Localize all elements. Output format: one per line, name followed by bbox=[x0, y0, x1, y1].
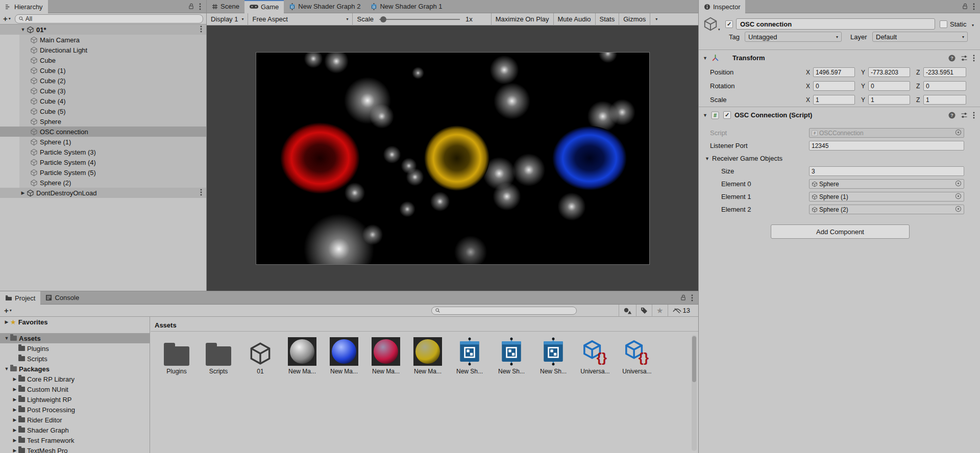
asset-item[interactable]: New Ma... bbox=[408, 335, 447, 375]
hierarchy-row[interactable]: Particle System (5) bbox=[0, 167, 206, 178]
kebab-menu-icon[interactable] bbox=[973, 55, 975, 62]
script-field[interactable]: #OSCConnection bbox=[809, 128, 964, 138]
scale-slider-knob[interactable] bbox=[380, 16, 386, 22]
stats-button[interactable]: Stats bbox=[596, 13, 619, 26]
kebab-menu-icon[interactable] bbox=[200, 189, 202, 197]
hierarchy-row[interactable]: Cube (4) bbox=[0, 96, 206, 106]
hierarchy-search-input[interactable]: All bbox=[15, 14, 203, 23]
chevron-right-icon[interactable]: ▶ bbox=[11, 407, 18, 412]
asset-item[interactable]: {} Universa... bbox=[576, 335, 615, 375]
project-tree-item[interactable]: Plugins bbox=[0, 343, 150, 354]
favorites-filter-button[interactable]: ★ bbox=[652, 305, 667, 317]
rotation-z-field[interactable]: 0 bbox=[923, 81, 966, 91]
foldout-arrow-icon[interactable]: ▼ bbox=[705, 156, 709, 161]
gizmos-button[interactable]: Gizmos bbox=[619, 13, 650, 26]
project-tree-item[interactable]: ▶Custom NUnit bbox=[0, 384, 150, 394]
lock-icon[interactable] bbox=[188, 3, 194, 10]
add-object-button[interactable]: + bbox=[3, 14, 8, 23]
aspect-dropdown[interactable]: Free Aspect ▾ bbox=[248, 13, 352, 26]
hierarchy-row[interactable]: Cube (1) bbox=[0, 65, 206, 76]
kebab-menu-icon[interactable] bbox=[973, 112, 975, 119]
tab-new-shader-graph-2[interactable]: New Shader Graph 2 bbox=[284, 0, 365, 13]
rotation-x-field[interactable]: 0 bbox=[813, 81, 855, 91]
layer-dropdown[interactable]: Default ▾ bbox=[872, 32, 968, 42]
asset-item[interactable]: 01 bbox=[241, 335, 280, 375]
help-icon[interactable]: ? bbox=[948, 112, 955, 119]
object-picker-icon[interactable] bbox=[955, 193, 962, 201]
search-by-label-button[interactable] bbox=[636, 305, 652, 317]
tab-inspector[interactable]: Inspector bbox=[699, 0, 745, 13]
scale-x-field[interactable]: 1 bbox=[813, 95, 855, 105]
gameobject-icon-caret[interactable]: ▾ bbox=[718, 28, 720, 32]
element-2-object-field[interactable]: Sphere (2) bbox=[809, 205, 964, 214]
position-x-field[interactable]: 1496.597 bbox=[813, 67, 855, 77]
project-tree-item[interactable]: ▶Test Framework bbox=[0, 435, 150, 445]
help-icon[interactable]: ? bbox=[948, 55, 955, 62]
asset-item[interactable]: New Sh... bbox=[450, 335, 489, 375]
tab-console[interactable]: Console bbox=[40, 291, 84, 304]
element-0-object-field[interactable]: Sphere bbox=[809, 179, 964, 189]
add-component-button[interactable]: Add Component bbox=[771, 224, 910, 239]
scale-z-field[interactable]: 1 bbox=[923, 95, 966, 105]
asset-item[interactable]: Scripts bbox=[199, 335, 238, 375]
position-y-field[interactable]: -773.8203 bbox=[868, 67, 910, 77]
size-field[interactable]: 3 bbox=[809, 166, 964, 176]
maximize-on-play-button[interactable]: Maximize On Play bbox=[492, 13, 553, 26]
chevron-right-icon[interactable]: ▶ bbox=[3, 319, 10, 324]
chevron-down-icon[interactable]: ▼ bbox=[3, 366, 10, 371]
mute-audio-button[interactable]: Mute Audio bbox=[554, 13, 595, 26]
project-tree-item[interactable]: ▶Lightweight RP bbox=[0, 394, 150, 405]
script-component-header[interactable]: ▼ # ✓ OSC Connection (Script) ? bbox=[699, 108, 980, 122]
asset-item[interactable]: New Ma... bbox=[366, 335, 405, 375]
tab-scene[interactable]: Scene bbox=[207, 0, 244, 13]
object-picker-icon[interactable] bbox=[955, 206, 962, 214]
foldout-arrow-icon[interactable]: ▼ bbox=[703, 113, 707, 118]
hierarchy-row[interactable]: Cube bbox=[0, 55, 206, 65]
project-tree-item[interactable]: ▼Packages bbox=[0, 364, 150, 374]
hierarchy-row[interactable]: Directional Light bbox=[0, 45, 206, 55]
chevron-right-icon[interactable]: ▶ bbox=[11, 438, 18, 443]
hierarchy-row[interactable]: Particle System (4) bbox=[0, 157, 206, 167]
project-tree-item[interactable]: ▶TextMesh Pro bbox=[0, 445, 150, 453]
static-checkbox[interactable] bbox=[940, 20, 947, 28]
tab-hierarchy[interactable]: Hierarchy bbox=[0, 0, 48, 13]
asset-item[interactable]: New Ma... bbox=[325, 335, 363, 375]
project-tree-item[interactable]: Scripts bbox=[0, 354, 150, 364]
chevron-down-icon[interactable]: ▼ bbox=[19, 27, 27, 32]
chevron-right-icon[interactable]: ▶ bbox=[11, 376, 18, 382]
assets-pane-scrollbar[interactable] bbox=[692, 335, 697, 451]
hidden-count-button[interactable]: 13 bbox=[668, 305, 694, 317]
project-tree-item[interactable]: ▼Assets bbox=[0, 333, 150, 343]
project-tree-item[interactable]: ▶Post Processing bbox=[0, 405, 150, 415]
element-1-object-field[interactable]: Sphere (1) bbox=[809, 192, 964, 202]
chevron-down-icon[interactable]: ▼ bbox=[3, 336, 10, 341]
presets-icon[interactable] bbox=[961, 55, 968, 62]
project-tree-item[interactable]: ▶★Favorites bbox=[0, 317, 150, 327]
game-screen[interactable] bbox=[256, 52, 650, 265]
asset-item[interactable]: New Sh... bbox=[492, 335, 531, 375]
kebab-menu-icon[interactable] bbox=[199, 3, 201, 10]
scale-y-field[interactable]: 1 bbox=[868, 95, 910, 105]
chevron-right-icon[interactable]: ▶ bbox=[11, 448, 18, 453]
tab-new-shader-graph-1[interactable]: New Shader Graph 1 bbox=[365, 0, 447, 13]
object-picker-icon[interactable] bbox=[955, 129, 962, 137]
display-dropdown[interactable]: Display 1 ▾ bbox=[207, 13, 248, 26]
add-object-caret-icon[interactable]: ▾ bbox=[9, 16, 11, 21]
tag-dropdown[interactable]: Untagged ▾ bbox=[745, 32, 842, 42]
hierarchy-row-scene[interactable]: ▶ DontDestroyOnLoad bbox=[0, 188, 206, 198]
chevron-right-icon[interactable]: ▶ bbox=[19, 190, 27, 195]
rotation-y-field[interactable]: 0 bbox=[868, 81, 910, 91]
asset-item[interactable]: New Ma... bbox=[283, 335, 322, 375]
asset-item[interactable]: New Sh... bbox=[534, 335, 573, 375]
lock-icon[interactable] bbox=[962, 3, 968, 10]
position-z-field[interactable]: -233.5951 bbox=[923, 67, 966, 77]
foldout-arrow-icon[interactable]: ▼ bbox=[703, 56, 707, 61]
asset-item[interactable]: Plugins bbox=[157, 335, 196, 375]
chevron-right-icon[interactable]: ▶ bbox=[11, 417, 18, 422]
lock-icon[interactable] bbox=[680, 294, 686, 301]
chevron-right-icon[interactable]: ▶ bbox=[11, 397, 18, 402]
project-tree-item[interactable]: ▶Core RP Library bbox=[0, 374, 150, 384]
gizmos-caret-icon[interactable]: ▾ bbox=[650, 13, 662, 26]
receiver-foldout-row[interactable]: ▼ Receiver Game Objects bbox=[699, 152, 980, 165]
component-enabled-checkbox[interactable]: ✓ bbox=[723, 111, 731, 119]
